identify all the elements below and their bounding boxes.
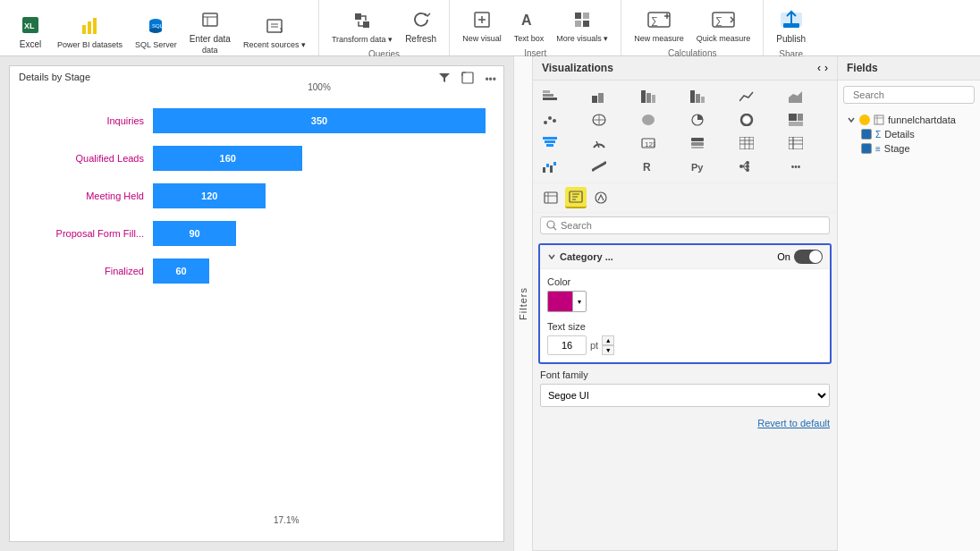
sql-icon: SQL: [143, 13, 168, 38]
svg-line-99: [553, 227, 556, 230]
svg-rect-23: [575, 21, 581, 27]
transform-icon: [350, 8, 375, 33]
viz-icon-map[interactable]: [587, 109, 611, 131]
viz-icon-r-script[interactable]: R: [637, 156, 660, 177]
revert-button[interactable]: Revert to default: [757, 418, 830, 428]
font-section: Font family Segoe UI Arial Calibri: [533, 369, 837, 414]
color-label: Color: [547, 276, 823, 287]
svg-rect-36: [543, 90, 550, 93]
refresh-button[interactable]: Refresh: [400, 4, 442, 47]
color-dropdown-button[interactable]: ▾: [572, 291, 587, 312]
viz-icon-python[interactable]: Py: [686, 156, 709, 177]
svg-rect-77: [543, 167, 545, 173]
fields-header: Fields: [838, 56, 980, 81]
viz-icon-column[interactable]: [686, 86, 709, 107]
viz-back-arrow[interactable]: ‹: [817, 62, 821, 74]
enter-button[interactable]: Enter data data: [184, 4, 236, 58]
text-size-up[interactable]: ▲: [602, 335, 614, 345]
svg-rect-79: [550, 165, 553, 173]
publish-button[interactable]: Publish: [771, 4, 811, 47]
text-size-input[interactable]: [547, 335, 587, 355]
details-checkbox[interactable]: [861, 129, 872, 140]
svg-rect-35: [543, 94, 553, 97]
svg-point-89: [746, 168, 749, 172]
tree-expand-icon: [847, 115, 856, 124]
font-family-select[interactable]: Segoe UI Arial Calibri: [540, 384, 830, 407]
viz-icon-matrix[interactable]: [784, 132, 807, 154]
viz-icon-card[interactable]: 123: [637, 132, 660, 154]
recent-button[interactable]: Recent sources ▾: [238, 10, 311, 53]
bar-track-3: 90: [153, 221, 486, 246]
text-size-spinner: ▲ ▼: [602, 335, 614, 355]
svg-line-86: [743, 166, 746, 170]
fields-tree-root[interactable]: funnelchartdata: [843, 113, 975, 127]
visualizations-panel: Visualizations ‹ ›: [533, 56, 837, 551]
textbox-button[interactable]: A Text box: [509, 4, 550, 47]
viz-icon-donut[interactable]: [735, 109, 758, 131]
quick-measure-button[interactable]: ∑ Quick measure: [691, 4, 756, 47]
svg-point-83: [739, 165, 743, 168]
filters-panel[interactable]: Filters: [513, 56, 533, 551]
viz-icon-funnel[interactable]: [538, 132, 562, 154]
canvas-area[interactable]: ••• Details by Stage 100% Inquiries350Qu…: [0, 56, 513, 551]
format-tab-format[interactable]: [565, 187, 587, 208]
viz-icon-stacked-bar[interactable]: [538, 86, 562, 107]
color-box[interactable]: [547, 291, 572, 312]
more-visuals-button[interactable]: More visuals ▾: [551, 4, 613, 47]
viz-icon-multirow[interactable]: [686, 132, 709, 154]
bar-row-4: Finalized60: [28, 259, 486, 284]
svg-rect-34: [543, 97, 557, 100]
viz-icon-ribbon[interactable]: [587, 156, 611, 177]
toggle-switch[interactable]: [794, 250, 823, 264]
svg-point-48: [553, 119, 556, 123]
recent-icon: [262, 13, 287, 38]
chart-container[interactable]: ••• Details by Stage 100% Inquiries350Qu…: [9, 65, 504, 542]
format-tab-fields[interactable]: [540, 187, 562, 208]
bar-label-4: Finalized: [28, 266, 144, 276]
fields-search-input[interactable]: [853, 89, 976, 100]
svg-marker-45: [789, 91, 802, 103]
bar-row-3: Proposal Form Fill...90: [28, 221, 486, 246]
new-measure-button[interactable]: ∑ New measure: [629, 4, 689, 47]
viz-icon-more[interactable]: •••: [784, 156, 807, 177]
svg-rect-66: [691, 142, 704, 146]
category-title: Category ...: [560, 251, 613, 262]
viz-icon-filled-map[interactable]: [637, 109, 660, 131]
stage-label: Stage: [884, 143, 910, 154]
svg-rect-40: [646, 93, 651, 103]
viz-icon-waterfall[interactable]: [538, 156, 562, 177]
viz-search-input[interactable]: [561, 220, 824, 231]
toolbar-group-calculations: ∑ New measure ∑ Quick measure Calculatio…: [621, 0, 764, 55]
viz-icon-area[interactable]: [784, 86, 807, 107]
right-panels-wrapper: Visualizations ‹ ›: [533, 56, 837, 551]
text-size-down[interactable]: ▼: [602, 345, 614, 355]
format-tab-analytics[interactable]: [590, 187, 612, 208]
viz-icon-scatter[interactable]: [538, 109, 562, 131]
transform-label: Transform data ▾: [332, 35, 393, 44]
viz-icon-gauge[interactable]: [587, 132, 611, 154]
viz-icon-stacked-bar2[interactable]: [637, 86, 660, 107]
toolbar-row-queries: Transform data ▾ Refresh: [326, 4, 442, 47]
powerbi-button[interactable]: Power BI datasets: [52, 10, 128, 53]
viz-icon-treemap[interactable]: [784, 109, 807, 131]
new-visual-button[interactable]: New visual: [457, 4, 507, 47]
viz-icon-clustered-bar[interactable]: [587, 86, 611, 107]
stage-checkbox[interactable]: [861, 143, 872, 154]
text-size-row: pt ▲ ▼: [547, 335, 823, 355]
viz-icon-table[interactable]: [735, 132, 758, 154]
category-toggle: Category ...: [547, 251, 613, 262]
viz-icon-decomp-tree[interactable]: [735, 156, 758, 177]
sql-button[interactable]: SQL SQL Server: [130, 10, 182, 53]
viz-icon-pie[interactable]: [686, 109, 709, 131]
excel-button[interactable]: XL Excel: [11, 9, 50, 53]
chart-expand-button[interactable]: [458, 70, 477, 89]
chart-more-button[interactable]: •••: [481, 70, 500, 89]
viz-header: Visualizations ‹ ›: [533, 56, 837, 81]
search-icon: [546, 220, 557, 231]
category-collapse-icon[interactable]: [547, 252, 556, 261]
chart-filter-button[interactable]: [435, 70, 454, 89]
viz-forward-arrow[interactable]: ›: [824, 62, 828, 74]
transform-button[interactable]: Transform data ▾: [326, 4, 398, 47]
viz-icon-line[interactable]: [735, 86, 758, 107]
toolbar-row-share: Publish: [771, 4, 811, 47]
